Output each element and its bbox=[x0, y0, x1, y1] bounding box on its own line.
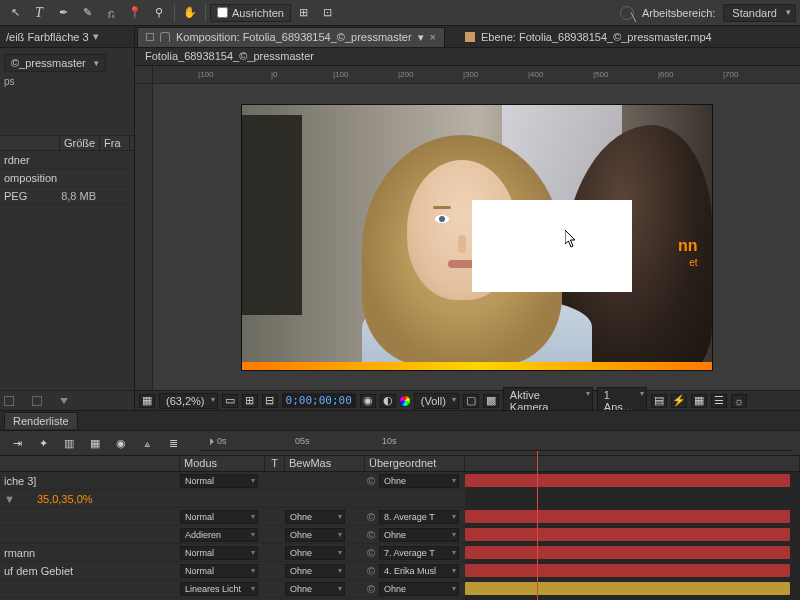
stamp-tool-icon[interactable]: ⎌ bbox=[100, 3, 122, 23]
timeline-row[interactable]: uf dem GebietNormalOhne©4. Erika Musl bbox=[0, 562, 800, 580]
trackmat-dropdown[interactable]: Ohne bbox=[285, 528, 345, 542]
timecode-display[interactable]: 0;00;00;00 bbox=[282, 393, 356, 408]
channel-icon[interactable]: ◐ bbox=[380, 394, 396, 408]
mode-dropdown[interactable]: Lineares Licht bbox=[180, 582, 258, 596]
always-preview-icon[interactable]: ▦ bbox=[139, 394, 155, 408]
exposure-icon[interactable]: ☼ bbox=[731, 394, 747, 408]
timeline-row[interactable]: AddierenOhne©Ohne bbox=[0, 526, 800, 544]
trackmat-dropdown[interactable]: Ohne bbox=[285, 510, 345, 524]
timeline-row[interactable]: rmannNormalOhne©7. Average T bbox=[0, 544, 800, 562]
fx-icon[interactable]: ✦ bbox=[34, 435, 52, 451]
composition-canvas[interactable]: nn et bbox=[242, 105, 712, 370]
renderlist-tab[interactable]: Renderliste bbox=[4, 412, 78, 429]
play-icon[interactable] bbox=[60, 398, 68, 404]
layer-bar[interactable] bbox=[465, 528, 790, 541]
mode-dropdown[interactable]: Addieren bbox=[180, 528, 258, 542]
trackmat-dropdown[interactable]: Ohne bbox=[285, 564, 345, 578]
time-ruler[interactable]: ⏵0s 05s 10s bbox=[200, 435, 792, 451]
graph-icon[interactable]: ⟁ bbox=[138, 435, 156, 451]
zoom-dropdown[interactable]: (63,2%) bbox=[159, 393, 218, 409]
pickwhip-icon[interactable]: © bbox=[365, 583, 377, 595]
comp-flow-icon[interactable]: ☰ bbox=[711, 394, 727, 408]
project-row[interactable]: rdner bbox=[0, 151, 134, 169]
snapshot-icon[interactable]: ◉ bbox=[360, 394, 376, 408]
timeline-row[interactable]: ▼35,0,35,0% bbox=[0, 490, 800, 508]
trackmat-dropdown[interactable]: Ohne bbox=[285, 546, 345, 560]
parent-dropdown[interactable]: Ohne bbox=[379, 528, 459, 542]
ruler-origin[interactable] bbox=[135, 66, 153, 84]
close-icon[interactable]: × bbox=[430, 31, 436, 43]
layer-bar[interactable] bbox=[465, 582, 790, 595]
mode-dropdown[interactable]: Normal bbox=[180, 564, 258, 578]
pickwhip-icon[interactable]: © bbox=[365, 511, 377, 523]
current-time-indicator[interactable] bbox=[537, 451, 538, 600]
breadcrumb[interactable]: Fotolia_68938154_©_pressmaster bbox=[135, 48, 800, 66]
res-icon[interactable]: ▭ bbox=[222, 394, 238, 408]
parent-dropdown[interactable]: 7. Average T bbox=[379, 546, 459, 560]
snap2-icon[interactable]: ⊡ bbox=[317, 3, 339, 23]
bin-icon[interactable] bbox=[4, 396, 14, 406]
quality-dropdown[interactable]: (Voll) bbox=[414, 393, 459, 409]
project-row[interactable]: PEG8,8 MB bbox=[0, 187, 134, 205]
pen-tool-icon[interactable]: ✒ bbox=[52, 3, 74, 23]
shy-icon[interactable]: ⇥ bbox=[8, 435, 26, 451]
scale-value[interactable]: 35,0,35,0% bbox=[19, 493, 93, 505]
project-row[interactable]: omposition bbox=[0, 169, 134, 187]
mode-dropdown[interactable]: Normal bbox=[180, 546, 258, 560]
parent-dropdown[interactable]: Ohne bbox=[379, 582, 459, 596]
timeline-row[interactable]: NormalOhne©8. Average T bbox=[0, 508, 800, 526]
parent-dropdown[interactable]: 4. Erika Musl bbox=[379, 564, 459, 578]
pickwhip-icon[interactable]: © bbox=[365, 547, 377, 559]
parent-dropdown[interactable]: 8. Average T bbox=[379, 510, 459, 524]
timeline-row[interactable]: Lineares LichtOhne©Ohne bbox=[0, 580, 800, 598]
layer-bar[interactable] bbox=[465, 564, 790, 577]
pickwhip-icon[interactable]: © bbox=[365, 475, 377, 487]
mode-dropdown[interactable]: Normal bbox=[180, 510, 258, 524]
brain-icon[interactable]: ◉ bbox=[112, 435, 130, 451]
vertical-ruler[interactable] bbox=[135, 84, 153, 390]
pin2-tool-icon[interactable]: ⚲ bbox=[148, 3, 170, 23]
layer-bar[interactable] bbox=[465, 510, 790, 523]
pickwhip-icon[interactable]: © bbox=[365, 565, 377, 577]
text-tool-icon[interactable]: T bbox=[28, 3, 50, 23]
grid-icon[interactable]: ⊞ bbox=[242, 394, 258, 408]
guides-icon[interactable]: ⊟ bbox=[262, 394, 278, 408]
frame-blend-icon[interactable]: ▥ bbox=[60, 435, 78, 451]
dope-icon[interactable]: ≣ bbox=[164, 435, 182, 451]
align-checkbox[interactable] bbox=[217, 7, 228, 18]
pin-tool-icon[interactable]: 📍 bbox=[124, 3, 146, 23]
hand-tool-icon[interactable]: ✋ bbox=[179, 3, 201, 23]
pickwhip-icon[interactable]: © bbox=[365, 529, 377, 541]
parent-dropdown[interactable]: Ohne bbox=[379, 474, 459, 488]
composition-tab[interactable]: Komposition: Fotolia_68938154_©_pressmas… bbox=[137, 27, 445, 47]
workspace-label: Arbeitsbereich: bbox=[642, 7, 715, 19]
arrow-tool-icon[interactable]: ↖ bbox=[4, 3, 26, 23]
snap-icon[interactable]: ⊞ bbox=[293, 3, 315, 23]
folder-icon[interactable] bbox=[32, 396, 42, 406]
lock-icon[interactable] bbox=[160, 32, 170, 42]
trackmat-dropdown[interactable]: Ohne bbox=[285, 582, 345, 596]
horizontal-ruler[interactable]: |100 |0 |100 |200 |300 |400 |500 |600 |7… bbox=[153, 66, 800, 84]
timeline-row[interactable]: iche 3]Normal©Ohne bbox=[0, 472, 800, 490]
search-icon[interactable]: ╲ bbox=[620, 6, 634, 20]
chevron-down-icon[interactable]: ▾ bbox=[418, 31, 424, 44]
layer-bar[interactable] bbox=[465, 546, 790, 559]
transparency-grid-icon[interactable]: ▩ bbox=[483, 394, 499, 408]
px-aspect-icon[interactable]: ▤ bbox=[651, 394, 667, 408]
brush-tool-icon[interactable]: ✎ bbox=[76, 3, 98, 23]
motion-blur-icon[interactable]: ▦ bbox=[86, 435, 104, 451]
fast-preview-icon[interactable]: ⚡ bbox=[671, 394, 687, 408]
monitor-icon[interactable]: ▢ bbox=[463, 394, 479, 408]
layer-bar[interactable] bbox=[465, 474, 790, 487]
panel-tab[interactable]: /eiß Farbfläche 3 ▾ bbox=[0, 26, 134, 48]
selected-layer-box[interactable] bbox=[472, 200, 632, 292]
square-icon bbox=[146, 33, 154, 41]
mode-dropdown[interactable]: Normal bbox=[180, 474, 258, 488]
layer-tab[interactable]: Ebene: Fotolia_68938154_©_pressmaster.mp… bbox=[465, 31, 712, 43]
workspace-dropdown[interactable]: Standard bbox=[723, 4, 796, 22]
align-toggle[interactable]: Ausrichten bbox=[210, 4, 291, 22]
timeline-icon[interactable]: ▦ bbox=[691, 394, 707, 408]
source-dropdown[interactable]: ©_pressmaster bbox=[4, 54, 106, 72]
color-mgmt-icon[interactable] bbox=[400, 396, 410, 406]
chevron-down-icon[interactable]: ▾ bbox=[93, 30, 99, 43]
